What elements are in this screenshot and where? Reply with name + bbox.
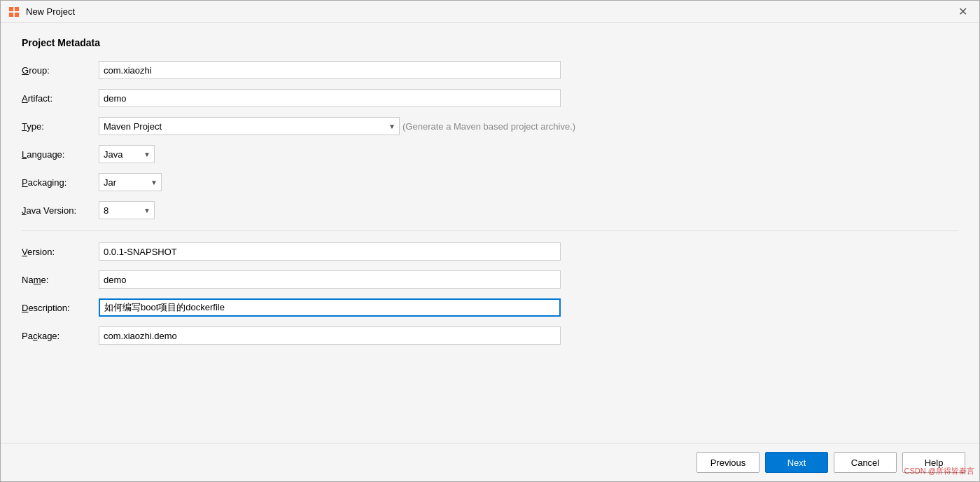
type-label: Type:: [22, 121, 99, 132]
svg-rect-3: [15, 13, 19, 17]
version-input[interactable]: [99, 242, 561, 261]
description-row: Description:: [22, 298, 958, 317]
group-label: Group:: [22, 65, 99, 76]
language-row: Language: Java Kotlin Groovy ▼: [22, 145, 958, 163]
language-label: Language:: [22, 149, 99, 160]
package-label: Package:: [22, 331, 99, 341]
type-select-container: Maven Project Gradle Project ▼: [99, 117, 400, 135]
next-button[interactable]: Next: [765, 452, 828, 473]
svg-rect-1: [15, 7, 19, 11]
artifact-row: Artifact:: [22, 89, 958, 107]
artifact-input[interactable]: [99, 89, 561, 107]
version-row: Version:: [22, 242, 958, 261]
type-row: Type: Maven Project Gradle Project ▼ (Ge…: [22, 117, 958, 135]
language-select-container: Java Kotlin Groovy ▼: [99, 145, 155, 163]
close-button[interactable]: ✕: [953, 2, 972, 22]
language-select[interactable]: Java Kotlin Groovy: [99, 145, 155, 163]
java-version-row: Java Version: 8 11 17 21 ▼: [22, 201, 958, 219]
package-row: Package:: [22, 326, 958, 345]
title-bar: New Project ✕: [1, 1, 979, 23]
name-input[interactable]: [99, 270, 561, 289]
svg-rect-2: [9, 13, 13, 17]
dialog-content: Project Metadata Group: Artifact: Type: …: [1, 23, 979, 443]
package-input[interactable]: [99, 326, 561, 345]
dialog-window: New Project ✕ Project Metadata Group: Ar…: [0, 0, 980, 482]
section-title: Project Metadata: [22, 37, 958, 48]
description-label: Description:: [22, 303, 99, 313]
group-input[interactable]: [99, 61, 561, 79]
help-button[interactable]: Help: [902, 452, 965, 473]
section-divider: [22, 230, 958, 231]
type-select[interactable]: Maven Project Gradle Project: [99, 117, 400, 135]
app-icon: [8, 6, 20, 18]
dialog-footer: Previous Next Cancel Help: [1, 443, 979, 481]
java-version-select[interactable]: 8 11 17 21: [99, 201, 155, 219]
java-version-label: Java Version:: [22, 205, 99, 216]
packaging-select-container: Jar War ▼: [99, 173, 162, 191]
window-title: New Project: [26, 6, 953, 17]
version-label: Version:: [22, 247, 99, 257]
group-row: Group:: [22, 61, 958, 79]
svg-rect-0: [9, 7, 13, 11]
java-version-select-container: 8 11 17 21 ▼: [99, 201, 155, 219]
packaging-label: Packaging:: [22, 177, 99, 188]
name-row: Name:: [22, 270, 958, 289]
group-label-text: Group:: [22, 65, 50, 76]
packaging-select[interactable]: Jar War: [99, 173, 162, 191]
artifact-label: Artifact:: [22, 93, 99, 104]
cancel-button[interactable]: Cancel: [834, 452, 897, 473]
name-label: Name:: [22, 275, 99, 285]
description-input[interactable]: [99, 298, 561, 317]
type-hint: (Generate a Maven based project archive.…: [402, 121, 575, 132]
previous-button[interactable]: Previous: [696, 452, 760, 473]
packaging-row: Packaging: Jar War ▼: [22, 173, 958, 191]
